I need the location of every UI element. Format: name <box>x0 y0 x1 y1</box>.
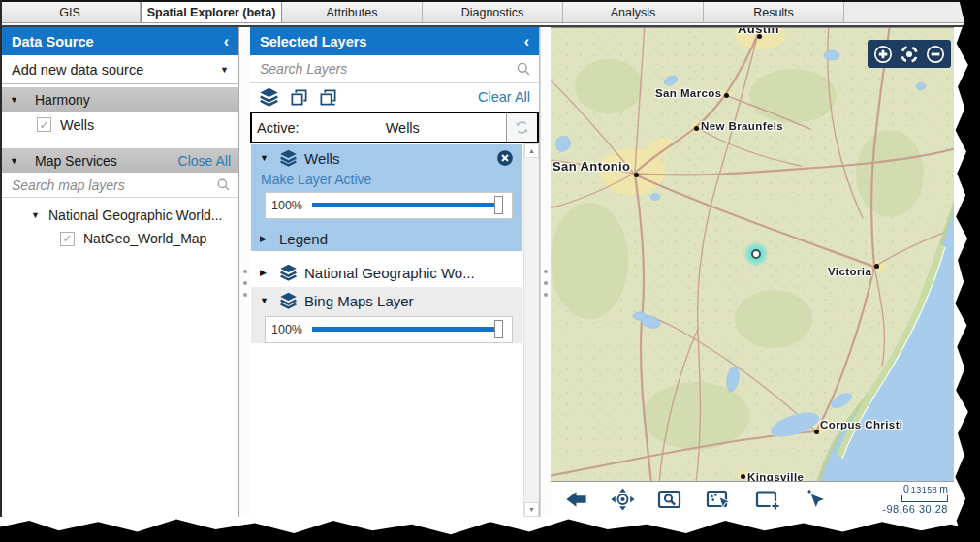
active-label: Active: <box>252 120 300 136</box>
harmony-group-header[interactable]: ▼ Harmony <box>2 87 238 112</box>
collapse-panel-icon[interactable]: ‹ <box>224 33 229 50</box>
add-data-source-label: Add new data source <box>12 62 220 78</box>
opacity-slider-bing: 100% <box>265 316 513 343</box>
pan-button[interactable] <box>610 488 636 511</box>
expander-down-icon[interactable]: ▼ <box>260 153 279 163</box>
make-layer-active-link[interactable]: Make Layer Active <box>251 172 522 190</box>
layer-list-scrollbar[interactable]: ▲ ▼ <box>523 143 539 517</box>
tab-results[interactable]: Results <box>704 2 844 22</box>
opacity-slider-track[interactable] <box>312 317 503 342</box>
layer-list: ▼ Wells Make Layer Active 100% <box>250 143 539 517</box>
expander-right-icon[interactable]: ▶ <box>260 234 279 243</box>
map-viewport[interactable]: Austin San Marcos New Braunfels San Anto… <box>551 27 954 481</box>
copy-layer-icon[interactable] <box>290 88 308 107</box>
tab-attributes[interactable]: Attributes <box>282 2 423 22</box>
remove-layer-icon[interactable] <box>496 149 514 167</box>
select-features-box-button[interactable] <box>705 488 733 511</box>
expander-right-icon[interactable]: ▶ <box>260 268 279 277</box>
scroll-up-button[interactable]: ▲ <box>524 143 539 158</box>
tab-gis[interactable]: GIS <box>0 2 141 22</box>
copy-all-layers-icon[interactable] <box>319 88 337 107</box>
add-data-source-dropdown[interactable]: Add new data source ▼ <box>2 55 238 84</box>
layers-icon[interactable] <box>259 87 279 107</box>
splitter-grip-icon <box>544 262 548 304</box>
close-all-link[interactable]: Close All <box>178 153 231 169</box>
map-layers-search-input[interactable] <box>10 176 216 194</box>
scale-labels: 0 13158 m <box>882 484 948 494</box>
spacer <box>250 251 539 258</box>
cursor-coordinates: -98.66 30.28 <box>882 504 948 515</box>
previous-extent-button[interactable] <box>563 489 589 510</box>
city-dot <box>814 430 819 434</box>
window-left-edge <box>0 0 2 517</box>
natgeo-map-label: NatGeo_World_Map <box>83 231 206 246</box>
search-icon <box>516 61 531 77</box>
panel-splitter[interactable] <box>239 27 250 517</box>
data-source-panel: Data Source ‹ Add new data source ▼ ▼ Ha… <box>2 27 239 517</box>
layer-name: Wells <box>298 150 496 167</box>
add-extent-box-button[interactable] <box>753 488 781 511</box>
layers-search <box>250 55 539 83</box>
clear-all-link[interactable]: Clear All <box>478 89 530 105</box>
select-pointer-button[interactable] <box>802 488 826 511</box>
zoom-in-button[interactable] <box>872 44 894 65</box>
harmony-group-label: Harmony <box>35 92 231 108</box>
map-toolbar: 0 13158 m -98.66 30.28 <box>551 481 954 517</box>
natgeo-map-checkbox[interactable]: ✓ <box>60 232 75 246</box>
scale-bar <box>901 495 948 502</box>
city-label-kingsville: Kingsville <box>747 471 804 481</box>
slider-thumb[interactable] <box>494 320 503 338</box>
collapse-panel-icon[interactable]: ‹ <box>524 33 529 50</box>
wells-source-row[interactable]: ✓ Wells <box>2 112 238 138</box>
panel-splitter[interactable] <box>540 27 551 517</box>
data-source-title: Data Source <box>12 34 224 49</box>
active-layer-value: Wells <box>300 120 506 136</box>
city-label-victoria: Victoria <box>828 266 871 277</box>
tab-spatial-explorer[interactable]: Spatial Explorer (beta) <box>141 2 282 22</box>
wells-checkbox[interactable]: ✓ <box>37 117 51 132</box>
layer-row[interactable]: ▼ Bing Maps Layer <box>251 287 522 314</box>
map-services-group-header[interactable]: ▼ Map Services Close All <box>2 148 238 173</box>
tab-diagnostics[interactable]: Diagnostics <box>423 2 563 22</box>
layer-card-wells[interactable]: ▼ Wells Make Layer Active 100% <box>251 144 522 251</box>
expander-down-icon[interactable]: ▼ <box>10 95 35 105</box>
zoom-box-button[interactable] <box>656 488 684 511</box>
selected-layers-title: Selected Layers <box>260 34 524 49</box>
natgeo-service-group[interactable]: ▼ National Geographic World... <box>2 204 238 227</box>
splitter-grip-icon <box>243 262 247 304</box>
expander-down-icon[interactable]: ▼ <box>31 210 48 220</box>
opacity-value: 100% <box>266 323 308 336</box>
scroll-down-button[interactable]: ▼ <box>524 502 539 517</box>
layers-toolbar: Clear All <box>250 83 539 111</box>
layer-card-natgeo[interactable]: ▶ National Geographic Wo... <box>251 259 522 286</box>
city-dot <box>634 173 639 177</box>
window-top-edge <box>0 0 980 2</box>
expander-down-icon[interactable]: ▼ <box>260 296 279 305</box>
layers-search-input[interactable] <box>258 60 516 78</box>
scale-unit: m <box>939 484 948 494</box>
layer-row[interactable]: ▼ Wells <box>251 144 522 172</box>
slider-track-line <box>312 327 495 332</box>
layer-row[interactable]: ▶ National Geographic Wo... <box>251 259 522 286</box>
layer-card-bing[interactable]: ▼ Bing Maps Layer 100% <box>251 287 522 343</box>
expander-down-icon[interactable]: ▼ <box>10 156 35 166</box>
map-zoom-control <box>868 40 951 68</box>
city-label-corpus-christi: Corpus Christi <box>820 419 902 430</box>
torn-edge-bottom <box>0 517 980 542</box>
layer-name: Bing Maps Layer <box>298 293 514 309</box>
slider-thumb[interactable] <box>494 196 503 214</box>
city-dot <box>724 93 729 98</box>
natgeo-map-item[interactable]: ✓ NatGeo_World_Map <box>2 227 238 250</box>
zoom-home-button[interactable] <box>899 44 920 65</box>
tab-analysis[interactable]: Analysis <box>563 2 704 22</box>
well-point-marker[interactable] <box>743 241 769 267</box>
refresh-active-layer-button[interactable] <box>506 113 537 142</box>
legend-toggle[interactable]: ▶ Legend <box>251 226 522 251</box>
refresh-icon <box>514 119 530 136</box>
zoom-out-button[interactable] <box>925 44 946 65</box>
map-services-label: Map Services <box>35 153 178 169</box>
city-label-san-marcos: San Marcos <box>655 87 722 99</box>
active-layer-row: Active: Wells <box>250 112 539 143</box>
scale-zero: 0 <box>903 484 909 494</box>
opacity-slider-track[interactable] <box>312 193 503 218</box>
